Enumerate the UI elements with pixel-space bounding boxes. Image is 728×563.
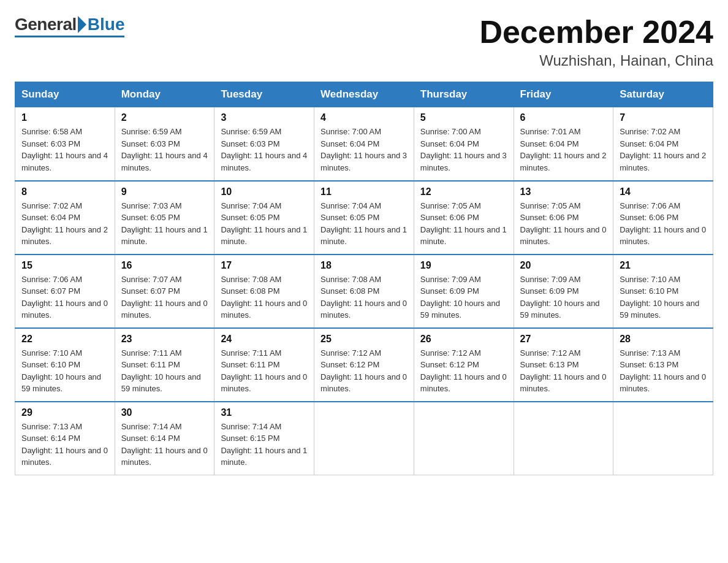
header-saturday: Saturday: [613, 82, 713, 107]
calendar-cell: [613, 402, 713, 475]
day-number: 31: [221, 407, 308, 418]
day-info: Sunrise: 7:06 AMSunset: 6:06 PMDaylight:…: [620, 200, 707, 248]
day-info: Sunrise: 7:12 AMSunset: 6:13 PMDaylight:…: [520, 347, 607, 395]
calendar-cell: 15 Sunrise: 7:06 AMSunset: 6:07 PMDaylig…: [15, 255, 115, 328]
day-info: Sunrise: 7:01 AMSunset: 6:04 PMDaylight:…: [520, 126, 607, 174]
day-info: Sunrise: 7:09 AMSunset: 6:09 PMDaylight:…: [520, 274, 607, 321]
calendar-cell: 11 Sunrise: 7:04 AMSunset: 6:05 PMDaylig…: [314, 181, 414, 255]
calendar-cell: 5 Sunrise: 7:00 AMSunset: 6:04 PMDayligh…: [414, 107, 514, 181]
header-sunday: Sunday: [15, 82, 115, 107]
day-number: 15: [21, 260, 108, 271]
calendar-cell: 28 Sunrise: 7:13 AMSunset: 6:13 PMDaylig…: [613, 328, 713, 402]
days-header-row: Sunday Monday Tuesday Wednesday Thursday…: [15, 82, 713, 107]
day-number: 1: [21, 112, 108, 123]
calendar-cell: 29 Sunrise: 7:13 AMSunset: 6:14 PMDaylig…: [15, 402, 115, 475]
day-number: 29: [21, 407, 108, 418]
day-info: Sunrise: 7:03 AMSunset: 6:05 PMDaylight:…: [121, 200, 208, 248]
day-number: 30: [121, 407, 208, 418]
day-info: Sunrise: 7:08 AMSunset: 6:08 PMDaylight:…: [221, 274, 308, 321]
logo: General Blue: [15, 15, 124, 37]
calendar-cell: 31 Sunrise: 7:14 AMSunset: 6:15 PMDaylig…: [214, 402, 314, 475]
week-row-5: 29 Sunrise: 7:13 AMSunset: 6:14 PMDaylig…: [15, 402, 713, 475]
day-info: Sunrise: 7:13 AMSunset: 6:14 PMDaylight:…: [21, 421, 108, 469]
calendar-cell: 4 Sunrise: 7:00 AMSunset: 6:04 PMDayligh…: [314, 107, 414, 181]
month-title: December 2024: [479, 15, 713, 50]
calendar-cell: [514, 402, 613, 475]
calendar-cell: 12 Sunrise: 7:05 AMSunset: 6:06 PMDaylig…: [414, 181, 514, 255]
header-friday: Friday: [514, 82, 613, 107]
day-info: Sunrise: 6:58 AMSunset: 6:03 PMDaylight:…: [21, 126, 108, 174]
day-info: Sunrise: 7:12 AMSunset: 6:12 PMDaylight:…: [420, 347, 507, 395]
day-number: 22: [21, 334, 108, 345]
calendar-cell: 2 Sunrise: 6:59 AMSunset: 6:03 PMDayligh…: [115, 107, 214, 181]
calendar-cell: 1 Sunrise: 6:58 AMSunset: 6:03 PMDayligh…: [15, 107, 115, 181]
day-info: Sunrise: 7:12 AMSunset: 6:12 PMDaylight:…: [320, 347, 408, 395]
day-info: Sunrise: 7:05 AMSunset: 6:06 PMDaylight:…: [520, 200, 607, 248]
day-info: Sunrise: 7:10 AMSunset: 6:10 PMDaylight:…: [620, 274, 707, 321]
week-row-2: 8 Sunrise: 7:02 AMSunset: 6:04 PMDayligh…: [15, 181, 713, 255]
calendar-cell: 19 Sunrise: 7:09 AMSunset: 6:09 PMDaylig…: [414, 255, 514, 328]
day-info: Sunrise: 7:09 AMSunset: 6:09 PMDaylight:…: [420, 274, 507, 321]
header-wednesday: Wednesday: [314, 82, 414, 107]
calendar-cell: 8 Sunrise: 7:02 AMSunset: 6:04 PMDayligh…: [15, 181, 115, 255]
calendar-cell: 22 Sunrise: 7:10 AMSunset: 6:10 PMDaylig…: [15, 328, 115, 402]
day-number: 5: [420, 112, 507, 123]
day-number: 9: [121, 186, 208, 197]
day-number: 7: [620, 112, 707, 123]
day-info: Sunrise: 7:14 AMSunset: 6:15 PMDaylight:…: [221, 421, 308, 469]
logo-underline: [15, 36, 124, 37]
location-title: Wuzhishan, Hainan, China: [479, 52, 713, 69]
calendar-cell: 27 Sunrise: 7:12 AMSunset: 6:13 PMDaylig…: [514, 328, 613, 402]
day-number: 16: [121, 260, 208, 271]
day-info: Sunrise: 7:13 AMSunset: 6:13 PMDaylight:…: [620, 347, 707, 395]
day-info: Sunrise: 7:10 AMSunset: 6:10 PMDaylight:…: [21, 347, 108, 395]
calendar-cell: 18 Sunrise: 7:08 AMSunset: 6:08 PMDaylig…: [314, 255, 414, 328]
calendar-cell: 21 Sunrise: 7:10 AMSunset: 6:10 PMDaylig…: [613, 255, 713, 328]
calendar-cell: 25 Sunrise: 7:12 AMSunset: 6:12 PMDaylig…: [314, 328, 414, 402]
day-number: 2: [121, 112, 208, 123]
calendar-cell: 3 Sunrise: 6:59 AMSunset: 6:03 PMDayligh…: [214, 107, 314, 181]
logo-arrow-icon: [78, 16, 86, 33]
day-number: 28: [620, 334, 707, 345]
day-number: 20: [520, 260, 607, 271]
header-monday: Monday: [115, 82, 214, 107]
day-number: 12: [420, 186, 507, 197]
calendar-cell: 9 Sunrise: 7:03 AMSunset: 6:05 PMDayligh…: [115, 181, 214, 255]
calendar-cell: 23 Sunrise: 7:11 AMSunset: 6:11 PMDaylig…: [115, 328, 214, 402]
calendar-cell: 7 Sunrise: 7:02 AMSunset: 6:04 PMDayligh…: [613, 107, 713, 181]
day-info: Sunrise: 6:59 AMSunset: 6:03 PMDaylight:…: [121, 126, 208, 174]
logo-blue-text: Blue: [88, 15, 125, 34]
day-number: 18: [320, 260, 408, 271]
day-info: Sunrise: 7:02 AMSunset: 6:04 PMDaylight:…: [620, 126, 707, 174]
day-number: 25: [320, 334, 408, 345]
day-number: 26: [420, 334, 507, 345]
day-info: Sunrise: 7:08 AMSunset: 6:08 PMDaylight:…: [320, 274, 408, 321]
day-info: Sunrise: 7:05 AMSunset: 6:06 PMDaylight:…: [420, 200, 507, 248]
day-number: 17: [221, 260, 308, 271]
calendar-cell: 10 Sunrise: 7:04 AMSunset: 6:05 PMDaylig…: [214, 181, 314, 255]
calendar-cell: 30 Sunrise: 7:14 AMSunset: 6:14 PMDaylig…: [115, 402, 214, 475]
calendar-cell: [414, 402, 514, 475]
calendar-cell: 6 Sunrise: 7:01 AMSunset: 6:04 PMDayligh…: [514, 107, 613, 181]
day-info: Sunrise: 7:02 AMSunset: 6:04 PMDaylight:…: [21, 200, 108, 248]
day-info: Sunrise: 7:06 AMSunset: 6:07 PMDaylight:…: [21, 274, 108, 321]
day-info: Sunrise: 7:11 AMSunset: 6:11 PMDaylight:…: [121, 347, 208, 395]
calendar-cell: 16 Sunrise: 7:07 AMSunset: 6:07 PMDaylig…: [115, 255, 214, 328]
day-info: Sunrise: 7:04 AMSunset: 6:05 PMDaylight:…: [320, 200, 408, 248]
day-number: 4: [320, 112, 408, 123]
page-header: General Blue December 2024 Wuzhishan, Ha…: [15, 15, 713, 69]
week-row-4: 22 Sunrise: 7:10 AMSunset: 6:10 PMDaylig…: [15, 328, 713, 402]
day-number: 11: [320, 186, 408, 197]
day-number: 23: [121, 334, 208, 345]
day-number: 14: [620, 186, 707, 197]
title-section: December 2024 Wuzhishan, Hainan, China: [479, 15, 713, 69]
day-info: Sunrise: 7:07 AMSunset: 6:07 PMDaylight:…: [121, 274, 208, 321]
calendar-cell: 24 Sunrise: 7:11 AMSunset: 6:11 PMDaylig…: [214, 328, 314, 402]
day-number: 24: [221, 334, 308, 345]
day-info: Sunrise: 7:11 AMSunset: 6:11 PMDaylight:…: [221, 347, 308, 395]
day-info: Sunrise: 7:14 AMSunset: 6:14 PMDaylight:…: [121, 421, 208, 469]
day-number: 21: [620, 260, 707, 271]
day-number: 8: [21, 186, 108, 197]
week-row-3: 15 Sunrise: 7:06 AMSunset: 6:07 PMDaylig…: [15, 255, 713, 328]
day-info: Sunrise: 7:00 AMSunset: 6:04 PMDaylight:…: [320, 126, 408, 174]
